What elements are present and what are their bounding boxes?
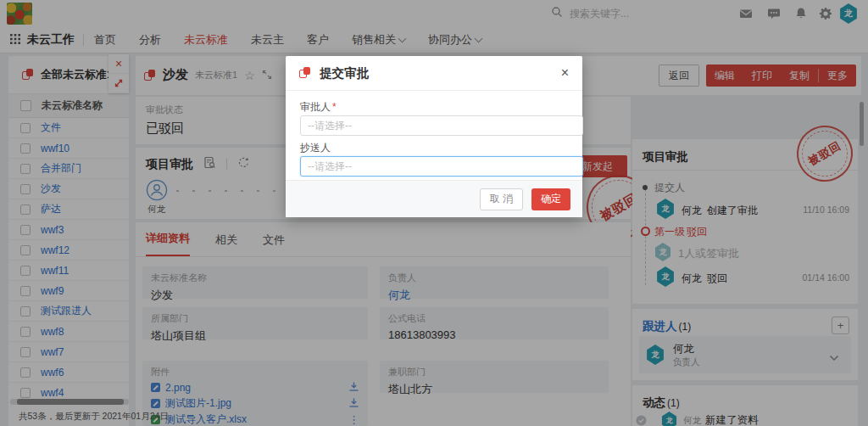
approver-label-text: 审批人 xyxy=(300,101,331,113)
cc-field-label: 抄送人 xyxy=(300,141,331,155)
required-mark: * xyxy=(332,101,337,113)
submit-approval-modal: 提交审批 × 审批人* 抄送人 取 消 确定 xyxy=(286,56,582,217)
approver-select[interactable] xyxy=(300,115,583,136)
app-root: 龙 未云工作 首页 分析 未云标准 未云主 客户 销售相关 协同办公 全部未云标… xyxy=(0,0,868,426)
close-icon[interactable]: × xyxy=(561,66,569,80)
approval-icon xyxy=(299,67,311,79)
cancel-button[interactable]: 取 消 xyxy=(480,188,523,210)
cc-select[interactable] xyxy=(300,156,583,177)
modal-header: 提交审批 × xyxy=(286,56,582,91)
approver-field-label: 审批人* xyxy=(300,100,337,115)
modal-title: 提交审批 xyxy=(320,65,369,81)
modal-footer: 取 消 确定 xyxy=(286,180,582,217)
confirm-button[interactable]: 确定 xyxy=(531,188,570,210)
